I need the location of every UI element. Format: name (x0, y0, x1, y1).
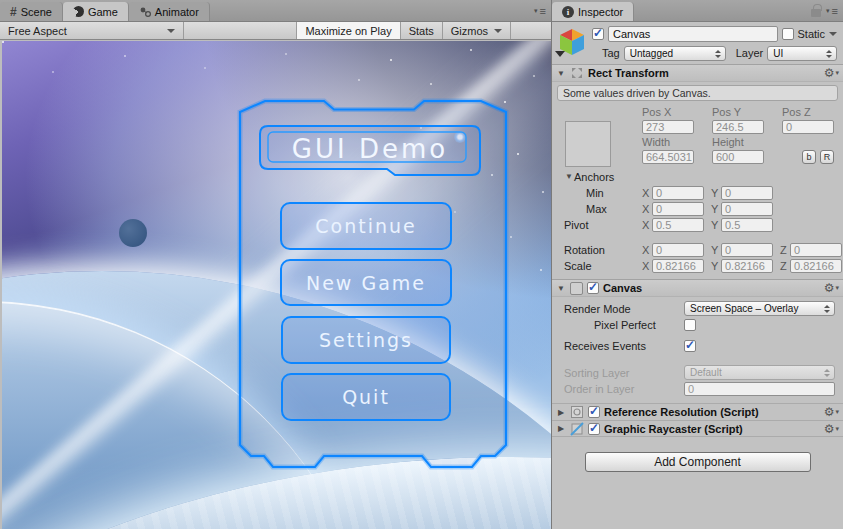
maximize-on-play-button[interactable]: Maximize on Play (297, 22, 399, 39)
anchors-min-row: Min X0 Y0 (552, 185, 843, 200)
canvas-component-header[interactable]: ▼ Canvas ⚙▾ (552, 279, 843, 297)
graphic-raycaster-header[interactable]: ▶ Graphic Raycaster (Script) ⚙▾ (552, 420, 843, 437)
panel-menu-icon[interactable]: ▾≡ (534, 5, 545, 17)
pivot-y-field[interactable]: 0.5 (721, 218, 773, 232)
layer-dropdown[interactable]: UI (767, 46, 837, 61)
order-in-layer-row: Order in Layer 0 (552, 381, 843, 396)
foldout-open-icon[interactable]: ▼ (556, 284, 566, 293)
foldout-closed-icon[interactable]: ▶ (556, 408, 566, 417)
rotation-label: Rotation (564, 244, 642, 256)
anchors-max-row: Max X0 Y0 (552, 201, 843, 216)
quit-button[interactable]: Quit (282, 374, 450, 420)
sorting-layer-value: Default (690, 367, 722, 378)
render-mode-value: Screen Space – Overlay (690, 303, 798, 314)
rect-transform-header[interactable]: ▼ Rect Transform ⚙▾ (552, 64, 843, 82)
new-game-button[interactable]: New Game (281, 260, 451, 305)
pixel-perfect-checkbox[interactable] (684, 319, 696, 331)
settings-label: Settings (319, 329, 413, 351)
pos-y-field[interactable]: 246.5 (712, 120, 764, 134)
anchor-min-y-field[interactable]: 0 (721, 186, 773, 200)
foldout-open-icon[interactable]: ▼ (564, 172, 574, 181)
pivot-x-field[interactable]: 0.5 (652, 218, 704, 232)
y-axis-label: Y (711, 219, 718, 231)
game-panel: # Scene Game Animator ▾≡ Free Aspect (0, 0, 551, 529)
menu-title: GUI Demo (292, 134, 448, 164)
foldout-closed-icon[interactable]: ▶ (556, 424, 566, 433)
pos-z-field[interactable]: 0 (782, 120, 834, 134)
pos-x-label: Pos X (642, 105, 694, 119)
reference-resolution-checkbox[interactable] (588, 406, 600, 418)
graphic-raycaster-icon (570, 422, 584, 436)
rotation-y-field[interactable]: 0 (721, 243, 773, 257)
tag-dropdown[interactable]: Untagged (624, 46, 726, 61)
y-axis-label: Y (711, 260, 718, 272)
tab-scene[interactable]: # Scene (0, 2, 63, 21)
continue-button[interactable]: Continue (281, 203, 451, 249)
canvas-enabled-checkbox[interactable] (587, 282, 599, 294)
anchor-preview-box[interactable] (565, 121, 611, 167)
reference-resolution-header[interactable]: ▶ Reference Resolution (Script) ⚙▾ (552, 403, 843, 420)
anchor-max-x-field[interactable]: 0 (652, 202, 704, 216)
gear-icon[interactable]: ⚙▾ (824, 423, 839, 435)
gear-icon[interactable]: ⚙▾ (824, 282, 839, 294)
stats-button[interactable]: Stats (401, 22, 442, 39)
gear-icon[interactable]: ⚙▾ (824, 406, 839, 418)
inspector-menu-icon[interactable]: ▾≡ (826, 5, 837, 17)
continue-label: Continue (315, 215, 416, 237)
width-label: Width (642, 135, 694, 149)
active-checkbox[interactable] (592, 28, 604, 40)
gear-icon[interactable]: ⚙▾ (824, 67, 839, 79)
x-axis-label: X (642, 260, 649, 272)
graphic-raycaster-checkbox[interactable] (588, 423, 600, 435)
anchors-foldout-row[interactable]: ▼ Anchors (552, 169, 843, 184)
tab-animator[interactable]: Animator (129, 2, 210, 21)
rotation-x-field[interactable]: 0 (652, 243, 704, 257)
tab-inspector[interactable]: i Inspector (552, 2, 634, 21)
render-mode-dropdown[interactable]: Screen Space – Overlay (684, 301, 835, 316)
height-field[interactable]: 600 (712, 150, 764, 164)
game-tabstrip: # Scene Game Animator ▾≡ (0, 0, 551, 22)
tab-scene-label: Scene (21, 6, 52, 18)
pos-x-field[interactable]: 273 (642, 120, 694, 134)
static-checkbox[interactable] (782, 28, 794, 40)
width-field[interactable]: 664.5031 (642, 150, 694, 164)
sorting-layer-dropdown[interactable]: Default (684, 365, 835, 380)
name-field[interactable]: Canvas (608, 26, 778, 42)
gizmos-dropdown[interactable]: Gizmos (443, 22, 510, 39)
anchor-max-y-field[interactable]: 0 (721, 202, 773, 216)
scale-z-field[interactable]: 0.82166 (790, 259, 842, 273)
blueprint-mode-button[interactable]: b (802, 150, 816, 164)
game-viewport: GUI Demo Continue New Game Settings Quit (2, 41, 551, 529)
inspector-tabstrip: i Inspector ▾≡ (552, 0, 843, 22)
add-component-button[interactable]: Add Component (585, 452, 811, 472)
sorting-layer-label: Sorting Layer (564, 367, 684, 379)
order-in-layer-field[interactable]: 0 (684, 382, 835, 396)
scale-label: Scale (564, 260, 642, 272)
chevron-down-icon (494, 29, 502, 33)
settings-button[interactable]: Settings (282, 317, 450, 363)
y-axis-label: Y (711, 244, 718, 256)
static-label: Static (797, 28, 825, 40)
gameobject-cube-icon[interactable] (556, 26, 588, 58)
scale-y-field[interactable]: 0.82166 (721, 259, 773, 273)
game-controller-icon (73, 6, 84, 17)
foldout-open-icon[interactable]: ▼ (556, 69, 566, 78)
y-axis-label: Y (711, 187, 718, 199)
rotation-z-field[interactable]: 0 (790, 243, 842, 257)
dropdown-arrows-icon (824, 305, 830, 313)
pivot-row: Pivot X0.5 Y0.5 (552, 217, 843, 232)
anchor-min-x-field[interactable]: 0 (652, 186, 704, 200)
pixel-perfect-row: Pixel Perfect (552, 317, 843, 332)
dropdown-arrows-icon (824, 369, 830, 377)
tab-game[interactable]: Game (63, 2, 129, 21)
scale-x-field[interactable]: 0.82166 (652, 259, 704, 273)
dropdown-arrows-icon (715, 50, 721, 58)
static-dropdown-icon[interactable] (829, 32, 837, 36)
receives-events-checkbox[interactable] (684, 340, 696, 352)
lock-icon[interactable] (811, 9, 821, 17)
aspect-dropdown[interactable]: Free Aspect (0, 22, 183, 39)
dropdown-arrows-icon (826, 50, 832, 58)
tab-game-label: Game (88, 6, 118, 18)
tag-label: Tag (602, 47, 620, 59)
raw-edit-mode-button[interactable]: R (820, 150, 834, 164)
